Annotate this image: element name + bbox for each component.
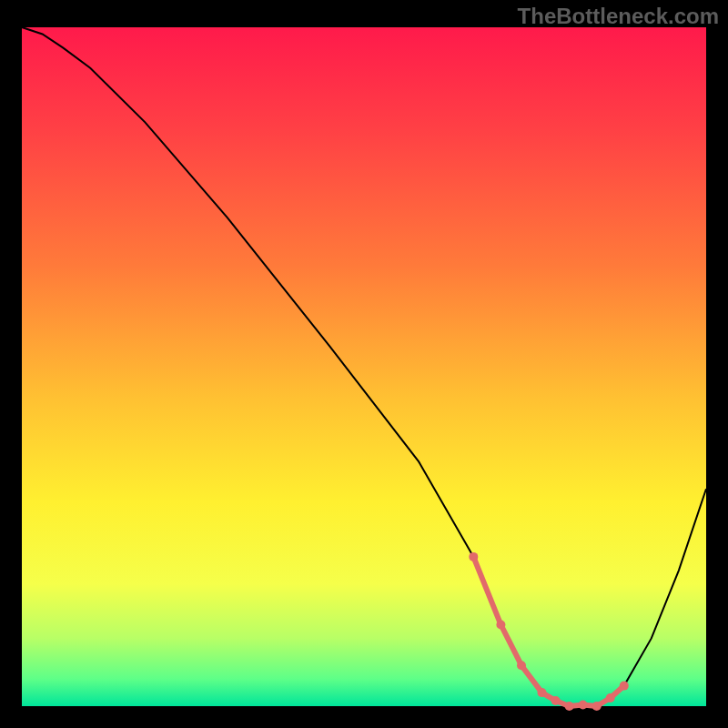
bottleneck-chart	[0, 0, 728, 728]
optimal-range-dot	[469, 552, 478, 561]
optimal-range-dot	[579, 701, 588, 710]
plot-background	[22, 27, 706, 706]
attribution-label: TheBottleneck.com	[518, 4, 719, 29]
optimal-range-dot	[538, 688, 547, 697]
optimal-range-dot	[517, 661, 526, 670]
optimal-range-dot	[620, 682, 629, 691]
optimal-range-dot	[592, 702, 602, 711]
optimal-range-dot	[551, 696, 561, 705]
optimal-range-dot	[496, 621, 505, 630]
optimal-range-dot	[606, 693, 615, 703]
chart-container: TheBottleneck.com	[0, 0, 728, 728]
optimal-range-dot	[565, 702, 574, 711]
